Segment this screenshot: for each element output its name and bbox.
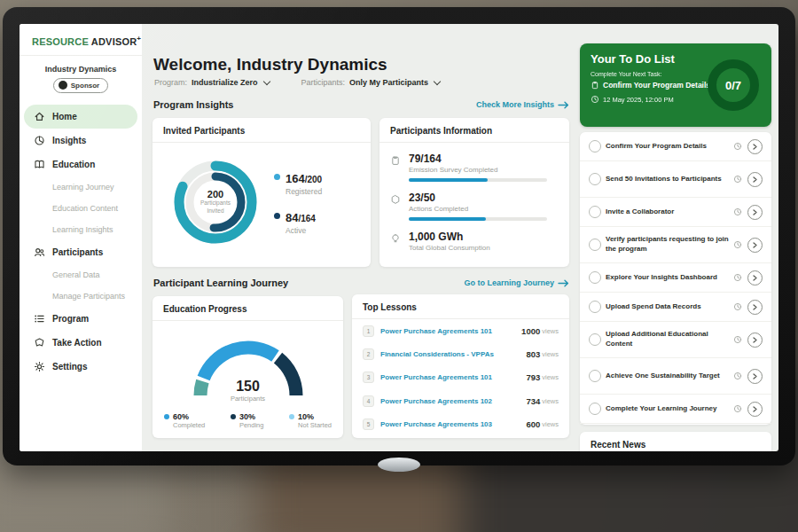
task-open-button[interactable] bbox=[747, 300, 763, 315]
task-row-complete-your-learning-journey: Complete Your Learning Journey bbox=[580, 395, 771, 424]
task-checkbox[interactable] bbox=[589, 140, 601, 153]
legend-percent: 30% bbox=[239, 412, 264, 421]
hexagon-icon bbox=[390, 192, 401, 221]
sidebar-item-learning-insights[interactable]: Learning Insights bbox=[20, 219, 142, 240]
sidebar-item-learning-journey[interactable]: Learning Journey bbox=[20, 176, 142, 198]
legend-label: Completed bbox=[173, 421, 205, 429]
education-card-title: Education Progress bbox=[153, 296, 343, 321]
task-row-upload-additional-educational-content: Upload Additional Educational Content bbox=[580, 322, 771, 358]
task-row-send-50-invitations-to-participants: Send 50 Invitations to Participants bbox=[580, 161, 771, 198]
sidebar-item-settings[interactable]: Settings bbox=[20, 355, 142, 379]
sidebar-nav: HomeInsightsEducationLearning JourneyEdu… bbox=[20, 105, 142, 379]
task-checkbox[interactable] bbox=[589, 403, 601, 415]
stat-row-emission-survey-completed: 79/164 Emission Survey Completed bbox=[379, 143, 569, 182]
lesson-rank-badge: 4 bbox=[363, 395, 374, 407]
lesson-link[interactable]: Power Purchase Agreements 101 bbox=[380, 373, 526, 381]
sidebar-item-take-action[interactable]: Take Action bbox=[20, 331, 142, 355]
lesson-row: 5 Power Purchase Agreements 103 600 view… bbox=[352, 413, 569, 436]
task-open-button[interactable] bbox=[747, 402, 763, 417]
task-checkbox[interactable] bbox=[589, 301, 601, 313]
dashboard-screen: RESOURCE ADVISOR+ Industry Dynamics Spon… bbox=[20, 24, 778, 451]
task-checkbox[interactable] bbox=[589, 271, 601, 284]
legend-value: 84 bbox=[286, 211, 298, 224]
sidebar-item-education[interactable]: Education bbox=[20, 153, 142, 176]
sponsor-badge[interactable]: Sponsor bbox=[53, 78, 108, 93]
task-checkbox[interactable] bbox=[589, 333, 601, 346]
task-open-button[interactable] bbox=[747, 369, 763, 384]
progress-bar-fill bbox=[409, 178, 488, 182]
task-checkbox[interactable] bbox=[589, 370, 601, 382]
education-progress-card: Education Progress 150 Participants 60% … bbox=[153, 296, 343, 438]
todo-hero-card: Your To Do List Complete Your Next Task:… bbox=[580, 43, 771, 127]
sidebar-item-participants[interactable]: Participants bbox=[20, 240, 142, 264]
task-label: Explore Your Insights Dashboard bbox=[606, 273, 729, 283]
check-more-insights-link[interactable]: Check More Insights bbox=[476, 100, 569, 109]
donut-center-value: 200 bbox=[207, 189, 223, 200]
chevron-down-icon[interactable] bbox=[262, 78, 270, 85]
todo-progress-value: 0/7 bbox=[704, 56, 763, 114]
home-icon bbox=[34, 111, 45, 122]
sidebar-item-insights[interactable]: Insights bbox=[20, 129, 142, 153]
donut-legend: 164/200Registered84/164Active bbox=[274, 170, 322, 235]
legend-label: Active bbox=[286, 226, 316, 235]
stat-row-actions-completed: 23/50 Actions Completed bbox=[379, 182, 569, 221]
task-row-achieve-one-sustainability-target: Achieve One Sustainability Target bbox=[580, 358, 771, 395]
stat-label: Total Global Consumption bbox=[409, 244, 490, 252]
take-action-icon bbox=[34, 337, 45, 348]
program-filter-value[interactable]: Industrialize Zero bbox=[192, 78, 258, 87]
legend-dot-icon bbox=[274, 213, 280, 219]
sidebar-item-label: Home bbox=[52, 112, 77, 121]
task-open-button[interactable] bbox=[747, 270, 763, 286]
task-label: Complete Your Learning Journey bbox=[606, 404, 729, 414]
lesson-views-count: 600 bbox=[526, 419, 540, 429]
lesson-views-count: 803 bbox=[526, 349, 540, 359]
bulb-icon bbox=[390, 231, 401, 256]
progress-bar-track bbox=[409, 217, 547, 221]
monitor-bezel: RESOURCE ADVISOR+ Industry Dynamics Spon… bbox=[3, 7, 795, 466]
lessons-card-title: Top Lessons bbox=[352, 294, 569, 319]
task-row-explore-your-insights-dashboard: Explore Your Insights Dashboard bbox=[580, 263, 771, 293]
lesson-link[interactable]: Power Purchase Agreements 101 bbox=[380, 327, 521, 335]
learning-journey-title: Participant Learning Journey bbox=[153, 278, 288, 288]
lesson-link[interactable]: Power Purchase Agreements 103 bbox=[380, 420, 526, 428]
task-open-button[interactable] bbox=[747, 172, 763, 187]
education-gauge-chart: 150 Participants bbox=[173, 326, 324, 404]
participants-filter-value[interactable]: Only My Participants bbox=[349, 78, 428, 87]
sidebar-item-manage-participants[interactable]: Manage Participants bbox=[20, 286, 142, 307]
chevron-down-icon[interactable] bbox=[434, 78, 441, 85]
lesson-link[interactable]: Financial Considerations - VPPAs bbox=[380, 350, 526, 358]
todo-title: Your To Do List bbox=[591, 52, 675, 66]
sidebar-item-label: Insights bbox=[52, 136, 86, 145]
sidebar-item-label: Learning Insights bbox=[52, 225, 113, 234]
task-checkbox[interactable] bbox=[589, 206, 601, 218]
task-open-button[interactable] bbox=[747, 332, 763, 348]
clock-icon bbox=[733, 404, 742, 413]
participants-icon bbox=[34, 246, 45, 258]
task-row-upload-spend-data-records: Upload Spend Data Records bbox=[580, 293, 771, 322]
sidebar-item-label: Settings bbox=[52, 362, 87, 372]
top-lessons-card: Top Lessons 1 Power Purchase Agreements … bbox=[352, 294, 569, 438]
sidebar-item-label: Participants bbox=[52, 247, 103, 257]
invited-participants-card: Invited Participants 200 Participants In… bbox=[153, 118, 371, 267]
program-filter-label: Program: bbox=[154, 78, 187, 87]
go-to-learning-journey-link[interactable]: Go to Learning Journey bbox=[464, 278, 569, 287]
sidebar-item-general-data[interactable]: General Data bbox=[20, 264, 142, 286]
task-open-button[interactable] bbox=[747, 139, 763, 154]
task-checkbox[interactable] bbox=[589, 239, 601, 251]
sidebar-item-home[interactable]: Home bbox=[24, 105, 137, 129]
legend-dot-icon bbox=[274, 174, 280, 180]
task-open-button[interactable] bbox=[747, 238, 763, 253]
sidebar-item-program[interactable]: Program bbox=[20, 307, 142, 331]
task-label: Confirm Your Program Details bbox=[606, 142, 729, 152]
lesson-link[interactable]: Power Purchase Agreements 102 bbox=[380, 397, 526, 405]
task-row-verify-participants-requesting-to-join-the-program: Verify participants requesting to join t… bbox=[580, 227, 771, 263]
sidebar-item-education-content[interactable]: Education Content bbox=[20, 198, 142, 219]
task-open-button[interactable] bbox=[747, 205, 763, 220]
stat-value: 23/50 bbox=[409, 192, 547, 204]
lesson-views-count: 793 bbox=[526, 372, 540, 382]
task-checkbox[interactable] bbox=[589, 173, 601, 185]
lesson-row: 3 Power Purchase Agreements 101 793 view… bbox=[352, 366, 569, 389]
donut-legend-item: 164/200Registered bbox=[274, 170, 322, 196]
task-label: Upload Spend Data Records bbox=[606, 302, 729, 312]
clock-icon bbox=[733, 302, 742, 311]
